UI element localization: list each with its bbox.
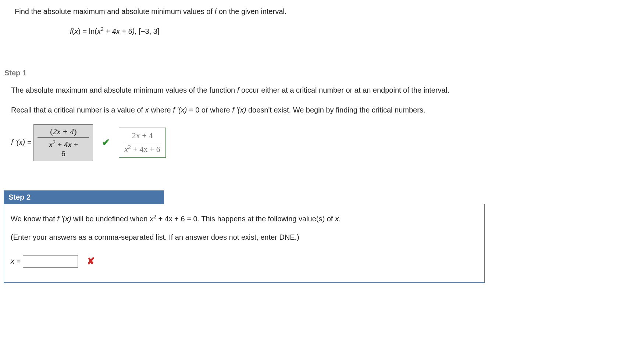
var-x: x — [145, 106, 149, 114]
num-inner: 2x + 4 — [53, 127, 74, 136]
x-answer-input[interactable] — [23, 255, 78, 268]
hint-den-x: x — [124, 145, 128, 154]
step1-paragraph-2: Recall that a critical number is a value… — [11, 104, 452, 115]
prompt-text: Find the absolute maximum and absolute m… — [15, 7, 215, 15]
step2-header: Step 2 — [4, 190, 164, 204]
interval: [−3, 3] — [139, 27, 159, 35]
cross-icon: ✘ — [87, 256, 95, 267]
f-prime: f ′(x) — [57, 215, 71, 223]
text: . — [339, 215, 341, 223]
f-prime: f ′(x) — [173, 106, 187, 114]
f-prime: f ′(x) — [232, 106, 246, 114]
step1-paragraph-1: The absolute maximum and absolute minimu… — [11, 85, 452, 96]
text: We know that — [11, 215, 57, 223]
hint-denominator: x2 + 4x + 6 — [124, 144, 160, 154]
ln-open: ln( — [89, 27, 97, 35]
text: Recall that a critical number is a value… — [11, 106, 145, 114]
text: The absolute maximum and absolute minimu… — [11, 86, 237, 94]
step1-label: Step 1 — [4, 69, 630, 77]
text: where — [149, 106, 173, 114]
eq-sign: = — [81, 27, 89, 35]
fprime-lhs: f ′(x) = — [11, 138, 31, 147]
text: occur either at a critical number or at … — [239, 86, 449, 94]
poly-x: x — [97, 27, 101, 35]
text: + 4x + 6 = 0. This happens at the follow… — [156, 215, 335, 223]
exponent-2: 2 — [101, 26, 104, 32]
step1-body: The absolute maximum and absolute minimu… — [11, 85, 452, 115]
exponent-2: 2 — [128, 144, 131, 150]
text: will be undefined when — [71, 215, 150, 223]
hint-num-text: 2x + 4 — [132, 131, 153, 140]
den-6: 6 — [61, 150, 65, 158]
text: = 0 or where — [187, 106, 232, 114]
hint-den-rest: + 4x + 6 — [131, 145, 160, 154]
student-answer-box[interactable]: (2x + 4) x2 + 4x + 6 — [33, 124, 93, 161]
den-x: x — [49, 140, 53, 148]
derivative-row: f ′(x) = (2x + 4) x2 + 4x + 6 ✔ 2x + 4 x… — [11, 124, 630, 161]
step2-body: We know that f ′(x) will be undefined wh… — [4, 204, 485, 283]
fraction-bar — [38, 137, 89, 138]
function-definition: f(x) = ln(x2 + 4x + 6), [−3, 3] — [70, 26, 630, 36]
f-arg: x — [74, 27, 78, 35]
prompt-text-2: on the given interval. — [217, 7, 286, 15]
fraction-bar — [124, 142, 160, 142]
step2-paragraph-1: We know that f ′(x) will be undefined wh… — [11, 213, 478, 224]
answer-denominator: x2 + 4x + 6 — [49, 139, 78, 159]
answer-row: x = ✘ — [11, 255, 478, 268]
exponent-2: 2 — [153, 214, 156, 220]
text: doesn't exist. We begin by finding the c… — [246, 106, 425, 114]
exponent-2: 2 — [53, 139, 56, 145]
page-root: Find the absolute maximum and absolute m… — [0, 0, 634, 364]
answer-numerator: (2x + 4) — [50, 127, 76, 136]
x-equals-label: x = — [11, 257, 21, 265]
f-lhs: f — [70, 27, 72, 35]
correct-answer-hint: 2x + 4 x2 + 4x + 6 — [119, 128, 165, 157]
den-rest: + 4x + — [56, 140, 78, 148]
step2-paragraph-2: (Enter your answers as a comma-separated… — [11, 232, 478, 243]
hint-numerator: 2x + 4 — [132, 131, 153, 140]
poly-rest: + 4x + 6), — [104, 27, 139, 35]
check-icon: ✔ — [102, 137, 110, 148]
var-x: x — [150, 215, 153, 223]
var-x: x — [335, 215, 339, 223]
problem-statement: Find the absolute maximum and absolute m… — [15, 7, 630, 36]
